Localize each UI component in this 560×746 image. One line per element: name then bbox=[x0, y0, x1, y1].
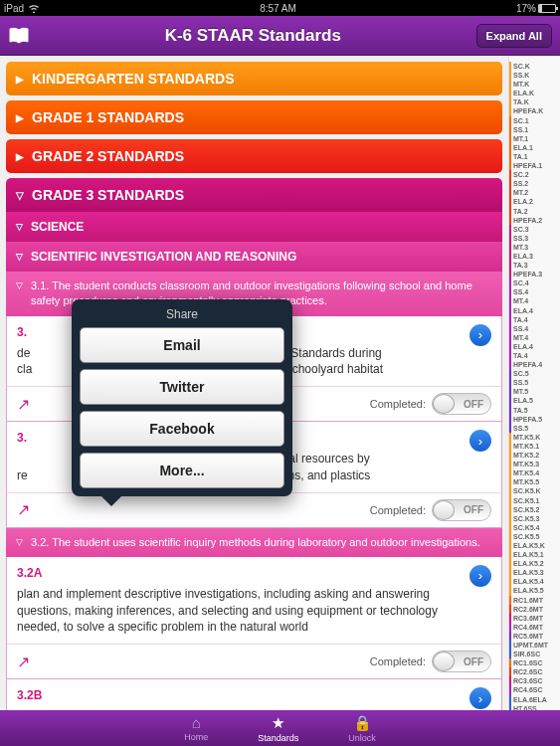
tab-home[interactable]: ⌂ Home bbox=[184, 714, 208, 742]
share-more-button[interactable]: More... bbox=[80, 453, 284, 488]
sidebar-item[interactable]: MT.3 bbox=[509, 243, 560, 252]
sidebar-item[interactable]: SC.K5.1 bbox=[509, 496, 560, 505]
sidebar-item[interactable]: ELA.K5.5 bbox=[509, 586, 560, 595]
sidebar-item[interactable]: SC.K bbox=[509, 62, 560, 71]
sidebar-item[interactable]: RC1.6SC bbox=[509, 658, 560, 667]
subsection-science[interactable]: ▽ SCIENCE bbox=[6, 212, 502, 242]
sidebar-item[interactable]: SC.3 bbox=[509, 225, 560, 234]
completed-toggle[interactable]: OFF bbox=[432, 499, 491, 521]
detail-arrow-icon[interactable]: › bbox=[469, 324, 491, 346]
sidebar-item[interactable]: ELA.3 bbox=[509, 252, 560, 261]
sidebar-item[interactable]: HPEFA.4 bbox=[509, 360, 560, 369]
sidebar-item[interactable]: ELA.K5.2 bbox=[509, 559, 560, 568]
bookmark-icon[interactable] bbox=[8, 27, 30, 45]
tab-standards[interactable]: ★ Standards bbox=[258, 714, 298, 743]
standard-3-2[interactable]: ▽ 3.2. The student uses scientific inqui… bbox=[6, 528, 502, 557]
section-grade2[interactable]: ▶ GRADE 2 STANDARDS bbox=[6, 139, 502, 173]
sidebar-item[interactable]: HPEFA.3 bbox=[509, 270, 560, 279]
sidebar-item[interactable]: SC.1 bbox=[509, 116, 560, 125]
share-icon[interactable]: ↗ bbox=[17, 653, 30, 671]
sidebar-item[interactable]: RC3.6SC bbox=[509, 676, 560, 685]
sidebar-item[interactable]: ELA.K5.K bbox=[509, 541, 560, 550]
sidebar-item[interactable]: ELA.K5.3 bbox=[509, 568, 560, 577]
sidebar-item[interactable]: RC2.6MT bbox=[509, 605, 560, 614]
sidebar-item[interactable]: SC.2 bbox=[509, 170, 560, 179]
sidebar-item[interactable]: TA.4 bbox=[509, 315, 560, 324]
share-twitter-button[interactable]: Twitter bbox=[80, 369, 284, 405]
sidebar-item[interactable]: MT.K5.1 bbox=[509, 442, 560, 451]
sidebar-item[interactable]: MT.K5.5 bbox=[509, 477, 560, 486]
share-icon[interactable]: ↗ bbox=[17, 500, 30, 519]
share-email-button[interactable]: Email bbox=[80, 327, 284, 363]
section-grade1[interactable]: ▶ GRADE 1 STANDARDS bbox=[6, 100, 502, 134]
sidebar-item[interactable]: ELA.4 bbox=[509, 306, 560, 315]
detail-arrow-icon[interactable]: › bbox=[469, 430, 491, 452]
sidebar-item[interactable]: MT.K5.4 bbox=[509, 468, 560, 477]
sidebar-item[interactable]: ELA.2 bbox=[509, 197, 560, 206]
sidebar-item[interactable]: SS.K bbox=[509, 71, 560, 80]
sidebar-item[interactable]: MT.4 bbox=[509, 296, 560, 305]
sidebar-item[interactable]: SC.4 bbox=[509, 279, 560, 287]
sidebar-item[interactable]: UPMT.6MT bbox=[509, 641, 560, 650]
sidebar-item[interactable]: SC.K5.5 bbox=[509, 532, 560, 541]
section-grade3[interactable]: ▽ GRADE 3 STANDARDS bbox=[6, 178, 502, 212]
sidebar-item[interactable]: SS.3 bbox=[509, 234, 560, 243]
sidebar-item[interactable]: RC3.6MT bbox=[509, 614, 560, 623]
sidebar-item[interactable]: ELA.4 bbox=[509, 342, 560, 351]
share-facebook-button[interactable]: Facebook bbox=[80, 411, 284, 447]
section-kindergarten[interactable]: ▶ KINDERGARTEN STANDARDS bbox=[6, 62, 502, 95]
sidebar-item[interactable]: SIR.6SC bbox=[509, 650, 560, 658]
subsection-sir[interactable]: ▽ SCIENTIFIC INVESTIGATION AND REASONING bbox=[6, 242, 502, 272]
detail-arrow-icon[interactable]: › bbox=[469, 565, 491, 587]
completed-toggle[interactable]: OFF bbox=[432, 651, 491, 672]
sidebar-item[interactable]: RC2.6SC bbox=[509, 667, 560, 676]
sidebar-item[interactable]: TA.4 bbox=[509, 351, 560, 360]
index-sidebar[interactable]: SC.KSS.KMT.KELA.KTA.KHPEFA.KSC.1SS.1MT.1… bbox=[508, 56, 560, 710]
sidebar-item[interactable]: TA.1 bbox=[509, 152, 560, 161]
detail-arrow-icon[interactable]: › bbox=[469, 687, 491, 709]
sidebar-item[interactable]: SC.K5.3 bbox=[509, 514, 560, 523]
sidebar-item[interactable]: MT.2 bbox=[509, 188, 560, 197]
sidebar-item[interactable]: MT.K bbox=[509, 80, 560, 89]
sidebar-item[interactable]: SC.5 bbox=[509, 369, 560, 378]
sidebar-item[interactable]: TA.K bbox=[509, 97, 560, 106]
sidebar-item[interactable]: RC4.6SC bbox=[509, 685, 560, 694]
sidebar-item[interactable]: TA.3 bbox=[509, 261, 560, 270]
sidebar-item[interactable]: SC.K5.K bbox=[509, 486, 560, 495]
sidebar-item[interactable]: SS.5 bbox=[509, 378, 560, 387]
sidebar-item[interactable]: ELA.5 bbox=[509, 396, 560, 405]
sidebar-item[interactable]: MT.K5.3 bbox=[509, 460, 560, 468]
sidebar-item[interactable]: ELA.K bbox=[509, 89, 560, 97]
sidebar-item[interactable]: SS.2 bbox=[509, 179, 560, 188]
share-icon[interactable]: ↗ bbox=[17, 395, 30, 414]
item-text: plan and implement descriptive investiga… bbox=[17, 586, 462, 636]
sidebar-item[interactable]: HPEFA.5 bbox=[509, 415, 560, 424]
sidebar-item[interactable]: TA.5 bbox=[509, 406, 560, 415]
sidebar-item[interactable]: MT.K5.K bbox=[509, 433, 560, 442]
sidebar-item[interactable]: ELA.1 bbox=[509, 143, 560, 152]
sidebar-item[interactable]: ELA.K5.4 bbox=[509, 577, 560, 586]
sidebar-item[interactable]: RC1.6MT bbox=[509, 596, 560, 605]
sidebar-item[interactable]: SC.K5.4 bbox=[509, 523, 560, 532]
sidebar-item[interactable]: SS.4 bbox=[509, 324, 560, 333]
sidebar-item[interactable]: MT.K5.2 bbox=[509, 451, 560, 460]
sidebar-item[interactable]: MT.4 bbox=[509, 333, 560, 342]
page-title: K-6 STAAR Standards bbox=[165, 26, 341, 46]
sidebar-item[interactable]: SS.4 bbox=[509, 287, 560, 296]
sidebar-item[interactable]: ELA.K5.1 bbox=[509, 550, 560, 559]
sidebar-item[interactable]: MT.5 bbox=[509, 387, 560, 396]
sidebar-item[interactable]: SC.K5.2 bbox=[509, 505, 560, 514]
tab-unlock[interactable]: 🔒 Unlock bbox=[348, 714, 376, 743]
sidebar-item[interactable]: SS.5 bbox=[509, 424, 560, 433]
sidebar-item[interactable]: SS.1 bbox=[509, 125, 560, 134]
sidebar-item[interactable]: HPEFA.K bbox=[509, 106, 560, 115]
sidebar-item[interactable]: HPEFA.1 bbox=[509, 161, 560, 170]
expand-all-button[interactable]: Expand All bbox=[476, 24, 552, 48]
sidebar-item[interactable]: MT.1 bbox=[509, 134, 560, 143]
sidebar-item[interactable]: HPEFA.2 bbox=[509, 216, 560, 225]
sidebar-item[interactable]: RC4.6MT bbox=[509, 623, 560, 632]
sidebar-item[interactable]: RC5.6MT bbox=[509, 632, 560, 641]
sidebar-item[interactable]: ELA.6ELA bbox=[509, 695, 560, 704]
sidebar-item[interactable]: TA.2 bbox=[509, 207, 560, 216]
completed-toggle[interactable]: OFF bbox=[432, 393, 491, 415]
